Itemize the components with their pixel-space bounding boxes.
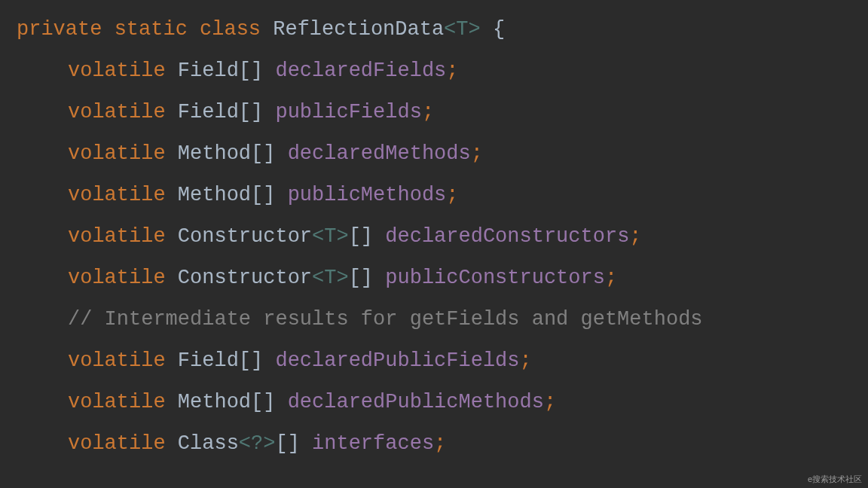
- comment: // Intermediate results for getFields an…: [68, 308, 703, 331]
- code-line: volatile Method[] declaredPublicMethods;: [17, 382, 868, 423]
- field-name: interfaces: [312, 432, 434, 455]
- field-name: declaredPublicFields: [275, 349, 519, 372]
- field-name: declaredPublicMethods: [288, 391, 544, 413]
- semicolon: ;: [520, 349, 532, 372]
- open-brace: {: [493, 18, 505, 41]
- code-line: volatile Method[] publicMethods;: [17, 175, 868, 216]
- array-brackets: []: [349, 267, 373, 289]
- generic-param: <?>: [239, 432, 276, 455]
- keyword-volatile: volatile: [68, 225, 166, 248]
- keyword-volatile: volatile: [68, 101, 166, 124]
- semicolon: ;: [434, 432, 446, 455]
- keyword-volatile: volatile: [68, 59, 166, 82]
- code-line: volatile Field[] publicFields;: [17, 92, 868, 133]
- code-line: volatile Class<?>[] interfaces;: [17, 423, 868, 465]
- code-editor[interactable]: private static class ReflectionData<T> {…: [17, 9, 868, 465]
- array-brackets: []: [251, 184, 275, 206]
- keyword-static: static: [115, 18, 188, 41]
- type-name: Method: [178, 142, 251, 165]
- keyword-volatile: volatile: [68, 349, 166, 372]
- keyword-volatile: volatile: [68, 391, 166, 413]
- code-line: // Intermediate results for getFields an…: [17, 299, 868, 340]
- field-name: declaredMethods: [288, 142, 471, 165]
- type-name: Field: [178, 101, 239, 124]
- type-name: Method: [178, 391, 251, 413]
- semicolon: ;: [471, 142, 483, 165]
- field-name: publicConstructors: [385, 267, 605, 289]
- type-name: Field: [178, 349, 239, 372]
- array-brackets: []: [239, 349, 263, 372]
- code-line: volatile Field[] declaredPublicFields;: [17, 340, 868, 382]
- class-name: ReflectionData: [273, 18, 444, 41]
- array-brackets: []: [275, 432, 299, 455]
- generic-param: <T>: [444, 18, 481, 41]
- code-line: private static class ReflectionData<T> {: [17, 9, 868, 50]
- semicolon: ;: [422, 101, 434, 124]
- semicolon: ;: [629, 225, 641, 248]
- code-line: volatile Field[] declaredFields;: [17, 50, 868, 92]
- semicolon: ;: [446, 184, 458, 206]
- keyword-volatile: volatile: [68, 184, 166, 206]
- type-name: Constructor: [178, 225, 312, 248]
- field-name: declaredFields: [275, 59, 446, 82]
- array-brackets: []: [239, 59, 263, 82]
- watermark: e搜索技术社区: [808, 474, 862, 485]
- type-name: Class: [178, 432, 239, 455]
- field-name: declaredConstructors: [385, 225, 629, 248]
- field-name: publicFields: [275, 101, 421, 124]
- semicolon: ;: [446, 59, 458, 82]
- array-brackets: []: [251, 142, 275, 165]
- array-brackets: []: [251, 391, 275, 413]
- keyword-class: class: [200, 18, 261, 41]
- code-line: volatile Constructor<T>[] declaredConstr…: [17, 216, 868, 258]
- code-line: volatile Method[] declaredMethods;: [17, 133, 868, 175]
- keyword-volatile: volatile: [68, 267, 166, 289]
- field-name: publicMethods: [288, 184, 447, 206]
- generic-param: <T>: [312, 267, 349, 289]
- keyword-volatile: volatile: [68, 432, 166, 455]
- array-brackets: []: [239, 101, 263, 124]
- generic-param: <T>: [312, 225, 349, 248]
- keyword-volatile: volatile: [68, 142, 166, 165]
- code-line: volatile Constructor<T>[] publicConstruc…: [17, 258, 868, 299]
- semicolon: ;: [605, 267, 617, 289]
- keyword-private: private: [17, 18, 102, 41]
- semicolon: ;: [544, 391, 556, 413]
- type-name: Field: [178, 59, 239, 82]
- type-name: Constructor: [178, 267, 312, 289]
- array-brackets: []: [349, 225, 373, 248]
- type-name: Method: [178, 184, 251, 206]
